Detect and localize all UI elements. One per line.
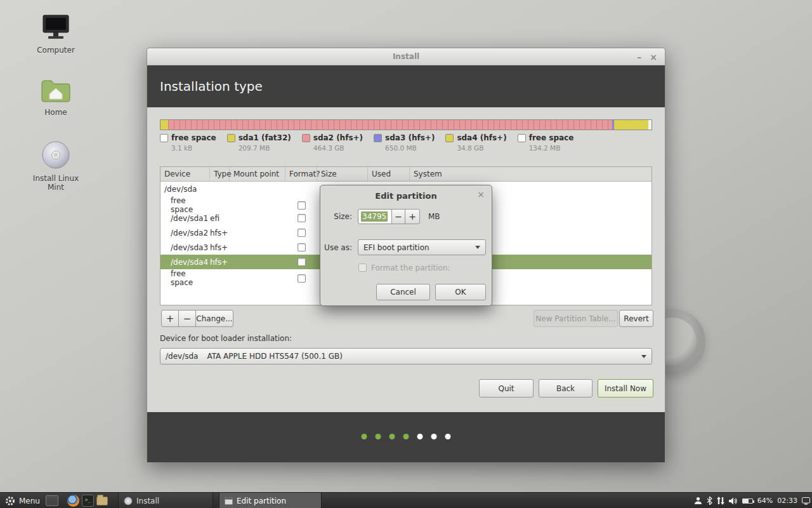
legend-label: sda4 (hfs+) xyxy=(457,133,506,142)
format-checkbox[interactable] xyxy=(298,214,306,222)
cell-type: hfs+ xyxy=(210,258,230,267)
legend-size: 650.0 MB xyxy=(385,144,435,152)
desktop-icon-home[interactable]: Home xyxy=(25,77,86,117)
cell-device: /dev/sda4 xyxy=(160,258,210,267)
bluetooth-icon[interactable] xyxy=(707,497,712,505)
format-checkbox[interactable] xyxy=(298,201,306,210)
size-unit-label: MB xyxy=(428,212,440,221)
battery-percent[interactable]: 64% xyxy=(757,497,773,505)
use-as-label: Use as: xyxy=(324,243,352,252)
window-titlebar[interactable]: Install – × xyxy=(147,48,665,65)
show-desktop-button[interactable] xyxy=(46,495,58,506)
window-title: Install xyxy=(393,52,419,61)
user-icon[interactable] xyxy=(694,497,702,505)
minimize-button[interactable]: – xyxy=(637,53,641,62)
window-footer xyxy=(147,412,665,462)
clock[interactable]: 02:33 xyxy=(777,497,797,505)
close-button[interactable]: × xyxy=(650,53,657,62)
column-header: System xyxy=(410,167,652,181)
network-icon[interactable] xyxy=(717,497,724,505)
battery-fill xyxy=(743,499,749,503)
terminal-icon[interactable]: >_ xyxy=(82,495,94,507)
cell-device: /dev/sda3 xyxy=(160,243,210,252)
change-partition-button[interactable]: Change... xyxy=(195,310,233,327)
cell-device: free space xyxy=(160,269,210,287)
cell-type: hfs+ xyxy=(210,229,230,237)
use-as-value: EFI boot partition xyxy=(363,243,429,252)
ok-button[interactable]: OK xyxy=(435,284,486,300)
legend-item: sda4 (hfs+)34.8 GB xyxy=(445,133,506,152)
progress-dots xyxy=(362,434,451,439)
desktop-icon-label: Computer xyxy=(37,46,75,55)
legend-label: free space xyxy=(529,133,574,142)
files-icon[interactable] xyxy=(96,495,108,507)
back-button[interactable]: Back xyxy=(539,379,593,398)
column-header: Format? xyxy=(285,167,317,181)
legend-item: sda2 (hfs+)464.3 GB xyxy=(302,133,363,152)
legend-size: 209.7 MB xyxy=(239,144,291,152)
legend-swatch xyxy=(302,134,310,142)
taskbar-task-edit-partition[interactable]: Edit partition xyxy=(219,493,322,508)
cell-device: free space xyxy=(160,196,210,214)
column-header: Mount point xyxy=(230,167,285,181)
bootloader-description: ATA APPLE HDD HTS547 (500.1 GB) xyxy=(207,352,343,361)
legend-swatch xyxy=(374,134,382,142)
format-partition-label: Format the partition: xyxy=(371,264,450,272)
progress-dot-1 xyxy=(362,434,367,439)
progress-dot-2 xyxy=(376,434,381,439)
use-as-select[interactable]: EFI boot partition xyxy=(358,239,486,255)
menu-label: Menu xyxy=(19,497,40,505)
format-checkbox[interactable] xyxy=(298,274,306,283)
revert-button[interactable]: Revert xyxy=(619,310,653,327)
bootloader-label: Device for boot loader installation: xyxy=(160,334,292,343)
desktop-icon-install-linux-mint[interactable]: Install Linux Mint xyxy=(25,140,86,192)
legend-size: 34.8 GB xyxy=(457,144,506,152)
dialog-window-icon xyxy=(225,497,233,505)
legend-item: sda3 (hfs+)650.0 MB xyxy=(374,133,435,152)
bootloader-device-select[interactable]: /dev/sda ATA APPLE HDD HTS547 (500.1 GB) xyxy=(160,348,652,364)
legend-item: free space134.2 MB xyxy=(518,133,574,152)
size-input[interactable]: 34795 xyxy=(358,209,392,224)
format-partition-checkbox xyxy=(358,264,367,272)
desktop-icon-label: Install Linux Mint xyxy=(25,174,86,192)
column-header: Size xyxy=(317,167,368,181)
install-now-button[interactable]: Install Now xyxy=(598,379,653,398)
legend-item: sda1 (fat32)209.7 MB xyxy=(227,133,291,152)
partition-segment-sda4 xyxy=(614,120,648,130)
partition-bar xyxy=(160,119,652,130)
add-partition-button[interactable]: + xyxy=(161,310,179,327)
display-icon[interactable] xyxy=(802,497,810,505)
firefox-icon[interactable] xyxy=(67,495,79,507)
partition-segment-free-space xyxy=(648,120,652,130)
size-increment-button[interactable]: + xyxy=(405,209,420,224)
partition-segment-sda2 xyxy=(168,120,612,130)
volume-icon[interactable] xyxy=(729,497,738,505)
cell-device: /dev/sda1 xyxy=(160,214,210,223)
cell-type: hfs+ xyxy=(210,243,230,252)
progress-dot-3 xyxy=(390,434,395,439)
cancel-button[interactable]: Cancel xyxy=(376,284,430,300)
size-decrement-button[interactable]: − xyxy=(391,209,405,224)
legend-size: 134.2 MB xyxy=(529,144,574,152)
system-tray: 64% 02:33 xyxy=(694,493,810,508)
quit-button[interactable]: Quit xyxy=(479,379,534,398)
format-checkbox[interactable] xyxy=(298,243,306,251)
format-checkbox[interactable] xyxy=(298,229,306,237)
task-label: Install xyxy=(136,497,159,505)
desktop-icon-computer[interactable]: Computer xyxy=(25,14,86,55)
legend-label: free space xyxy=(171,133,216,142)
cd-icon xyxy=(41,140,71,170)
legend-size: 3.1 kB xyxy=(171,144,216,152)
menu-button[interactable]: Menu xyxy=(0,493,45,508)
taskbar-task-install[interactable]: Install xyxy=(118,493,213,508)
taskbar: Menu >_ Install Edit partition xyxy=(0,492,812,508)
legend-label: sda1 (fat32) xyxy=(239,133,291,142)
remove-partition-button[interactable]: − xyxy=(178,310,196,327)
legend-swatch xyxy=(227,134,235,142)
task-label: Edit partition xyxy=(237,497,286,505)
battery-icon[interactable] xyxy=(742,498,753,504)
dialog-close-icon[interactable]: × xyxy=(477,189,485,199)
format-checkbox[interactable] xyxy=(298,258,306,266)
cell-type: efi xyxy=(210,214,230,223)
cell-device: /dev/sda2 xyxy=(160,229,210,237)
